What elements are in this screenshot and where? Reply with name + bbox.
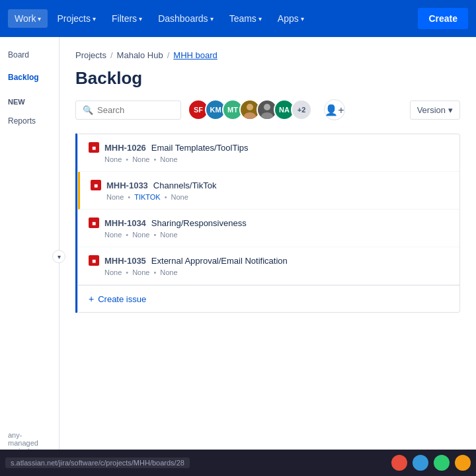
issue-id-1033: MHH-1033 — [106, 180, 148, 190]
breadcrumb-mhh-board[interactable]: MHH board — [173, 50, 217, 60]
toolbar: 🔍 SF KM MT — [75, 99, 460, 120]
issue-row-1034: ■ MHH-1034 Sharing/Responsiveness — [89, 218, 449, 228]
issue-meta-1026-2: None — [132, 155, 149, 163]
issue-meta-1034: None • None • None — [104, 231, 449, 239]
nav-work-label: Work — [15, 13, 36, 24]
search-icon: 🔍 — [83, 105, 93, 115]
nav-dashboards-label: Dashboards — [158, 13, 208, 24]
sidebar-new-label: NEW — [0, 95, 59, 108]
nav-apps-chevron: ▾ — [301, 15, 304, 22]
svg-point-2 — [264, 104, 270, 110]
nav-work[interactable]: Work ▾ — [8, 9, 48, 28]
issue-type-icon-1034: ■ — [89, 218, 99, 228]
taskbar-icon-1 — [391, 455, 407, 471]
page-layout: ▾ Board Backlog NEW Reports any-managed … — [0, 37, 476, 476]
avatar-extra-count[interactable]: +2 — [291, 99, 312, 120]
issue-title-1034: Sharing/Responsiveness — [151, 218, 247, 228]
issue-id-1034: MHH-1034 — [104, 218, 146, 228]
issue-type-icon-1026: ■ — [89, 142, 99, 153]
top-navbar: Work ▾ Projects ▾ Filters ▾ Dashboards ▾… — [0, 0, 476, 37]
nav-teams-chevron: ▾ — [258, 15, 262, 22]
issue-meta-1035-1: None — [104, 268, 122, 276]
issue-title-1026: Email Templates/ToolTips — [151, 143, 249, 153]
issue-type-icon-1033: ■ — [91, 180, 101, 190]
taskbar-icons — [391, 455, 471, 471]
issue-meta-1026-3: None — [160, 155, 177, 163]
sidebar-item-reports[interactable]: Reports — [0, 111, 59, 131]
nav-dashboards-chevron: ▾ — [210, 15, 214, 22]
plus-icon: + — [89, 294, 94, 304]
nav-teams[interactable]: Teams ▾ — [223, 9, 268, 28]
svg-point-3 — [261, 112, 273, 119]
issue-meta-1034-3: None — [160, 231, 177, 239]
issue-meta-1026: None • None • None — [104, 155, 449, 163]
nav-work-chevron: ▾ — [38, 15, 41, 22]
backlog-section: ■ MHH-1026 Email Templates/ToolTips None… — [75, 134, 460, 313]
issue-meta-1035-3: None — [160, 268, 177, 276]
create-issue-button[interactable]: + Create issue — [78, 285, 459, 312]
taskbar-icon-2 — [413, 455, 428, 471]
nav-filters-label: Filters — [112, 13, 137, 24]
add-team-member-button[interactable]: 👤+ — [324, 99, 345, 120]
search-input[interactable] — [97, 105, 174, 115]
taskbar-url: s.atlassian.net/jira/software/c/projects… — [5, 457, 190, 468]
issue-id-1035: MHH-1035 — [104, 256, 146, 266]
issue-list: ■ MHH-1026 Email Templates/ToolTips None… — [77, 134, 460, 313]
issue-row-1035: ■ MHH-1035 External Approval/Email Notif… — [89, 255, 449, 266]
issue-meta-1035-2: None — [132, 268, 149, 276]
breadcrumb-mahalo-hub[interactable]: Mahalo Hub — [117, 50, 163, 60]
taskbar-icon-3 — [434, 455, 450, 471]
issue-meta-1033: None • TIKTOK • None — [106, 193, 449, 201]
version-label: Version — [417, 105, 446, 115]
sidebar-item-board[interactable]: Board — [0, 45, 59, 65]
version-dropdown[interactable]: Version ▾ — [410, 100, 460, 120]
nav-apps-label: Apps — [278, 13, 299, 24]
svg-point-0 — [247, 104, 253, 110]
issue-meta-1035: None • None • None — [104, 268, 449, 276]
breadcrumb: Projects / Mahalo Hub / MHH board — [75, 50, 460, 60]
page-title: Backlog — [75, 68, 460, 89]
search-box[interactable]: 🔍 — [75, 100, 181, 120]
main-content: Projects / Mahalo Hub / MHH board Backlo… — [60, 37, 476, 476]
breadcrumb-sep-2: / — [167, 50, 170, 60]
nav-projects-label: Projects — [57, 13, 91, 24]
table-row[interactable]: ■ MHH-1034 Sharing/Responsiveness None •… — [78, 210, 459, 247]
breadcrumb-projects[interactable]: Projects — [75, 50, 106, 60]
version-chevron-icon: ▾ — [448, 105, 453, 115]
issue-title-1035: External Approval/Email Notification — [151, 256, 288, 266]
breadcrumb-sep-1: / — [110, 50, 113, 60]
issue-meta-1033-2: TIKTOK — [134, 193, 161, 201]
issue-meta-1026-1: None — [104, 155, 122, 163]
issue-meta-1034-1: None — [104, 231, 122, 239]
nav-teams-label: Teams — [229, 13, 257, 24]
issue-meta-1034-2: None — [132, 231, 149, 239]
issue-meta-1033-3: None — [171, 193, 188, 201]
sidebar-item-backlog[interactable]: Backlog — [0, 67, 59, 87]
issue-type-icon-1035: ■ — [89, 255, 99, 266]
issue-row-1026: ■ MHH-1026 Email Templates/ToolTips — [89, 142, 449, 153]
nav-filters[interactable]: Filters ▾ — [105, 9, 149, 28]
create-issue-label: Create issue — [98, 294, 146, 304]
table-row[interactable]: ■ MHH-1033 Channels/TikTok None • TIKTOK… — [78, 172, 459, 210]
issue-title-1033: Channels/TikTok — [153, 180, 217, 190]
create-button[interactable]: Create — [418, 8, 468, 29]
nav-filters-chevron: ▾ — [139, 15, 142, 22]
nav-dashboards[interactable]: Dashboards ▾ — [151, 9, 220, 28]
issue-meta-1033-1: None — [106, 193, 124, 201]
nav-projects[interactable]: Projects ▾ — [50, 9, 102, 28]
avatar-group: SF KM MT NA +2 — [188, 99, 312, 120]
table-row[interactable]: ■ MHH-1035 External Approval/Email Notif… — [78, 247, 459, 285]
svg-point-1 — [244, 112, 256, 119]
table-row[interactable]: ■ MHH-1026 Email Templates/ToolTips None… — [78, 134, 459, 172]
taskbar: s.atlassian.net/jira/software/c/projects… — [0, 450, 476, 476]
sidebar-toggle[interactable]: ▾ — [52, 250, 65, 263]
taskbar-icon-4 — [455, 455, 471, 471]
issue-id-1026: MHH-1026 — [104, 143, 146, 153]
issue-row-1033: ■ MHH-1033 Channels/TikTok — [91, 180, 449, 190]
nav-apps[interactable]: Apps ▾ — [271, 9, 311, 28]
nav-projects-chevron: ▾ — [93, 15, 96, 22]
sidebar: ▾ Board Backlog NEW Reports any-managed … — [0, 37, 60, 476]
